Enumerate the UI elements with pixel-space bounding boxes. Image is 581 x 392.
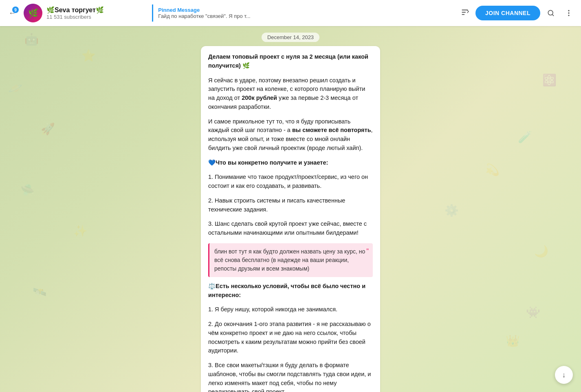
quote-icon: "	[366, 247, 369, 256]
message-cond3: 3. Все свои макеты/тзшки я буду делать в…	[208, 361, 373, 392]
svg-point-0	[548, 10, 553, 15]
content-area: December 14, 2023 Делаем топовый проект …	[0, 26, 581, 392]
message-conditions-label: ⚖️Есть несколько условий, чтобы всё было…	[208, 282, 373, 300]
channel-info[interactable]: 🌿Seva торгует🌿 11 531 subscribers	[46, 6, 104, 20]
channel-avatar[interactable]: 🌿	[24, 4, 42, 22]
message-section-label: 💙Что вы конкретно получите и узнаете:	[208, 159, 373, 167]
scroll-to-bottom-button[interactable]: ↓	[555, 366, 573, 384]
pinned-label: Pinned Message	[158, 7, 200, 13]
message-point2: 2. Навык строить системы и писать качест…	[208, 196, 373, 214]
svg-point-2	[568, 12, 569, 13]
message-card: Делаем топовый проект с нуля за 2 месяца…	[201, 46, 380, 392]
message-point3: 3. Шанс сделать свой крутой проект уже с…	[208, 220, 373, 238]
notification-button[interactable]	[458, 6, 472, 20]
header-right: JOIN CHANNEL	[458, 6, 576, 20]
scroll-down-icon: ↓	[562, 371, 566, 379]
message-title: Делаем топовый проект с нуля за 2 месяца…	[208, 53, 373, 70]
message-cond1: 1. Я беру нишу, которой никогда не заним…	[208, 305, 373, 314]
messages-wrapper: December 14, 2023 Делаем топовый проект …	[0, 26, 581, 392]
message-para2: И самое прикольное тут то, что я буду пр…	[208, 117, 373, 153]
date-label: December 14, 2023	[262, 33, 319, 42]
back-button[interactable]: ← 9	[5, 6, 20, 20]
date-badge: December 14, 2023	[262, 33, 319, 42]
message-para1: Я сейчас в ударе, поэтому внезапно решил…	[208, 76, 373, 112]
quote-text: блин вот тут я как будто должен назвать …	[214, 248, 365, 272]
svg-point-3	[568, 15, 569, 16]
unread-badge: 9	[12, 7, 19, 13]
join-channel-button[interactable]: JOIN CHANNEL	[475, 6, 540, 20]
notification-icon	[460, 8, 469, 19]
channel-subscribers: 11 531 subscribers	[46, 14, 104, 20]
search-button[interactable]	[544, 6, 558, 20]
pinned-text: Гайд по наработке "связей". Я про т...	[158, 13, 250, 19]
more-options-button[interactable]	[561, 6, 576, 20]
pinned-message[interactable]: Pinned Message Гайд по наработке "связей…	[152, 4, 458, 22]
message-point1: 1. Понимание что такое продукт/проект/се…	[208, 173, 373, 191]
quoted-block: " блин вот тут я как будто должен назват…	[208, 243, 373, 277]
header: ← 9 🌿 🌿Seva торгует🌿 11 531 subscribers …	[0, 0, 581, 26]
message-cond2: 2. До окончания 1-ого этапа развития - я…	[208, 320, 373, 355]
header-left: ← 9 🌿 🌿Seva торгует🌿 11 531 subscribers	[5, 4, 152, 22]
svg-point-1	[568, 10, 569, 11]
channel-name: 🌿Seva торгует🌿	[46, 6, 104, 14]
